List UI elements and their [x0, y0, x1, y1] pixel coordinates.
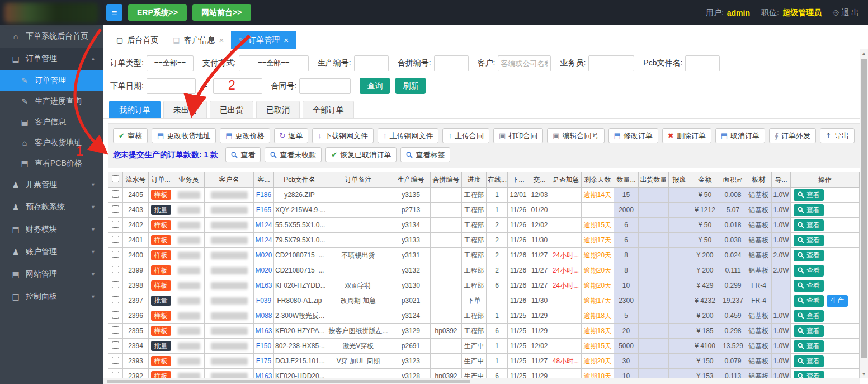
- toolbar-button-审核[interactable]: ✔审核: [113, 128, 148, 143]
- tab-客户信息[interactable]: ▤客户信息×: [166, 31, 231, 49]
- prod-no-input[interactable]: [354, 55, 389, 71]
- customer-input[interactable]: [498, 55, 551, 71]
- customer-code-link[interactable]: M020: [255, 251, 272, 259]
- close-icon[interactable]: ×: [284, 35, 289, 45]
- order-tab-我的订单[interactable]: 我的订单: [109, 101, 161, 118]
- tab-后台首页[interactable]: ▢后台首页: [109, 31, 166, 49]
- select-all-checkbox[interactable]: [112, 175, 119, 182]
- view-button[interactable]: 查看: [794, 340, 824, 352]
- erp-system-button[interactable]: ERP系统>>: [128, 4, 187, 21]
- logout-button[interactable]: ⎆ 退 出: [833, 8, 859, 18]
- row-checkbox[interactable]: [112, 357, 119, 364]
- toolbar-button-更改收货地址[interactable]: ▤更改收货地址: [152, 128, 216, 143]
- order-type-select[interactable]: [147, 55, 194, 71]
- refresh-button[interactable]: 刷新: [395, 78, 426, 94]
- horizontal-scroll-thumb[interactable]: [107, 380, 470, 383]
- toolbar-button-打印合同[interactable]: ▣打印合同: [493, 128, 543, 143]
- horizontal-scrollbar[interactable]: [103, 378, 860, 384]
- search-button[interactable]: 查询: [360, 78, 390, 94]
- customer-code-link[interactable]: M163: [255, 282, 272, 289]
- merge-no-input[interactable]: [434, 55, 469, 71]
- row-checkbox[interactable]: [112, 311, 119, 319]
- toolbar-button-恢复已取消订单[interactable]: ✔恢复已取消订单: [326, 147, 397, 162]
- sidebar-item-客户收货地址[interactable]: ⌂客户收货地址: [0, 132, 103, 153]
- row-checkbox[interactable]: [112, 296, 119, 303]
- toolbar-button-更改价格[interactable]: ▤更改价格: [220, 128, 270, 143]
- sidebar-item-订单管理[interactable]: ✎订单管理: [0, 70, 103, 91]
- row-checkbox[interactable]: [112, 341, 119, 349]
- sidebar-item-开票管理[interactable]: ♟开票管理▼: [0, 174, 103, 196]
- menu-toggle-button[interactable]: ≡: [106, 4, 122, 21]
- tab-订单管理[interactable]: ✎订单管理×: [231, 31, 296, 49]
- customer-code-link[interactable]: F175: [256, 357, 271, 365]
- toolbar-button-修改订单[interactable]: ▤修改订单: [608, 128, 658, 143]
- customer-code-link[interactable]: M088: [255, 312, 272, 320]
- customer-code-link[interactable]: M020: [255, 266, 272, 274]
- row-checkbox[interactable]: [112, 205, 119, 213]
- sidebar-item-生产进度查询[interactable]: ✎生产进度查询: [0, 91, 103, 111]
- customer-code-link[interactable]: M124: [255, 236, 272, 244]
- row-checkbox[interactable]: [112, 221, 119, 228]
- sidebar-item-下单系统后台首页[interactable]: ⌂下单系统后台首页: [0, 25, 103, 48]
- row-checkbox[interactable]: [112, 266, 119, 273]
- toolbar-button-查看未收款[interactable]: 查看未收款: [265, 147, 322, 162]
- customer-code-link[interactable]: M163: [255, 327, 272, 335]
- order-tab-已出货[interactable]: 已出货: [210, 101, 253, 118]
- customer-code-link[interactable]: F186: [256, 191, 271, 199]
- toolbar-button-订单外发[interactable]: ∮订单外发: [769, 128, 816, 143]
- toolbar-button-导出[interactable]: ↥导出: [820, 128, 855, 143]
- view-button[interactable]: 查看: [794, 280, 824, 292]
- view-button[interactable]: 查看: [794, 250, 824, 261]
- pcb-file-input[interactable]: [685, 55, 720, 71]
- toolbar-button-下载钢网文件[interactable]: ↓下载钢网文件: [312, 128, 374, 143]
- salesman-input[interactable]: [588, 55, 634, 71]
- date-to-input[interactable]: [213, 78, 262, 94]
- toolbar-button-编辑合同号[interactable]: ▣编辑合同号: [547, 128, 604, 143]
- sidebar-item-控制面板[interactable]: ▤控制面板▼: [0, 285, 103, 308]
- view-button[interactable]: 查看: [794, 295, 824, 307]
- vertical-scrollbar[interactable]: ▲ ▼: [860, 49, 868, 378]
- toolbar-button-上传钢网文件[interactable]: ↑上传钢网文件: [378, 128, 439, 143]
- toolbar-button-删除订单[interactable]: ✖删除订单: [662, 128, 711, 143]
- date-from-input[interactable]: [147, 78, 196, 94]
- vertical-scroll-thumb[interactable]: [861, 59, 867, 358]
- toolbar-button-查看[interactable]: 查看: [225, 147, 261, 162]
- customer-code-link[interactable]: M124: [255, 221, 272, 229]
- order-tab-全部订单[interactable]: 全部订单: [303, 101, 354, 118]
- sidebar-item-查看PCB价格[interactable]: ▤查看PCB价格: [0, 153, 103, 174]
- view-button[interactable]: 查看: [794, 189, 824, 201]
- scroll-up-icon[interactable]: ▲: [860, 49, 868, 58]
- row-checkbox[interactable]: [112, 251, 119, 258]
- toolbar-button-查看标签[interactable]: 查看标签: [400, 147, 450, 162]
- view-button[interactable]: 查看: [794, 235, 824, 246]
- row-checkbox[interactable]: [112, 326, 119, 334]
- view-button[interactable]: 查看: [794, 355, 824, 367]
- close-icon[interactable]: ×: [219, 35, 224, 45]
- view-button[interactable]: 查看: [794, 325, 824, 337]
- toolbar-button-返单[interactable]: ↻返单: [274, 128, 309, 143]
- order-tab-未出货[interactable]: 未出货: [163, 101, 207, 118]
- order-tab-已取消[interactable]: 已取消: [256, 101, 300, 118]
- view-button[interactable]: 查看: [794, 310, 824, 322]
- sidebar-item-账户管理[interactable]: ♟账户管理▼: [0, 241, 103, 263]
- sidebar-item-网站管理[interactable]: ▤网站管理▼: [0, 263, 103, 285]
- customer-code-link[interactable]: F150: [256, 342, 271, 350]
- scroll-down-icon[interactable]: ▼: [860, 370, 868, 378]
- toolbar-button-取消订单[interactable]: ▤取消订单: [715, 128, 765, 143]
- customer-code-link[interactable]: F165: [256, 206, 271, 214]
- pay-method-select[interactable]: [239, 55, 309, 71]
- row-checkbox[interactable]: [112, 236, 119, 243]
- sidebar-item-订单管理[interactable]: ▤订单管理▲: [0, 48, 103, 70]
- contract-no-input[interactable]: [299, 78, 351, 94]
- site-front-button[interactable]: 网站前台>>: [192, 4, 251, 21]
- row-checkbox[interactable]: [112, 190, 119, 198]
- sidebar-item-财务模块[interactable]: ▤财务模块▼: [0, 218, 103, 241]
- view-button[interactable]: 查看: [794, 219, 824, 231]
- customer-code-link[interactable]: F039: [256, 297, 271, 305]
- toolbar-button-上传合同[interactable]: ↑上传合同: [442, 128, 489, 143]
- view-button[interactable]: 查看: [794, 204, 824, 216]
- sidebar-item-预存款系统[interactable]: ♟预存款系统▼: [0, 196, 103, 218]
- view-button[interactable]: 查看: [794, 265, 824, 277]
- sidebar-item-客户信息[interactable]: ▤客户信息: [0, 111, 103, 132]
- row-checkbox[interactable]: [112, 281, 119, 288]
